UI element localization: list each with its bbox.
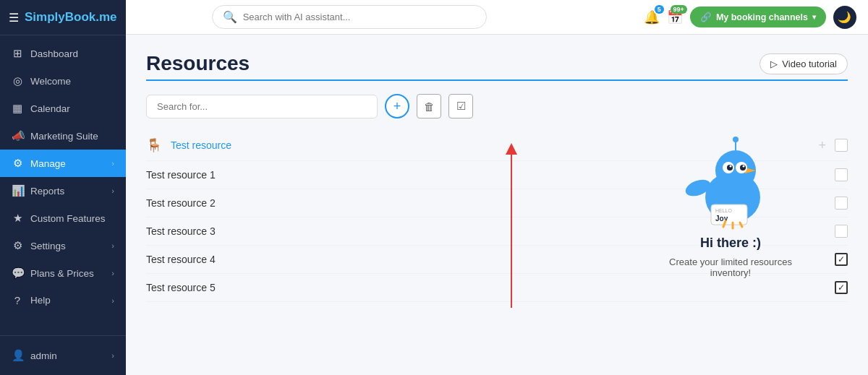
calendar-notifications[interactable]: 📅 99+ <box>667 9 683 25</box>
chevron-right-icon: › <box>111 269 114 277</box>
moon-icon: 🌙 <box>838 11 851 24</box>
add-resource-button[interactable]: + <box>385 94 409 118</box>
search-input[interactable] <box>243 12 476 22</box>
menu-icon[interactable]: ☰ <box>9 11 19 25</box>
manage-icon: ⚙ <box>12 157 23 170</box>
plans-icon: 💬 <box>12 267 23 280</box>
sidebar-item-calendar[interactable]: ▦ Calendar <box>0 95 126 122</box>
booking-channels-button[interactable]: 🔗 My booking channels ▾ <box>690 7 826 27</box>
topbar-icons: 🔔 5 📅 99+ 🔗 My booking channels ▾ 🌙 <box>644 6 856 29</box>
page-header: Resources ▷ Video tutorial <box>146 52 848 75</box>
sidebar: ☰ SimplyBook.me ⊞ Dashboard ◎ Welcome ▦ … <box>0 0 126 375</box>
chevron-right-icon: › <box>111 241 114 250</box>
custom-icon: ★ <box>12 212 23 225</box>
sidebar-item-plans[interactable]: 💬 Plans & Prices › <box>0 259 126 287</box>
sidebar-item-marketing[interactable]: 📣 Marketing Suite <box>0 122 126 150</box>
resource-icon: 🪑 <box>146 137 162 153</box>
resource-add-icon[interactable]: + <box>818 138 826 153</box>
play-icon: ▷ <box>770 59 778 69</box>
welcome-icon: ◎ <box>12 74 23 87</box>
sidebar-item-welcome[interactable]: ◎ Welcome <box>0 67 126 95</box>
calendar-badge: 99+ <box>671 5 687 14</box>
sidebar-item-manage[interactable]: ⚙ Manage › <box>0 150 126 177</box>
resource-checkbox[interactable] <box>835 225 848 238</box>
logo: SimplyBook.me <box>25 10 117 25</box>
mascot-bird: HELLO Joy <box>684 136 778 230</box>
link-icon: 🔗 <box>700 12 712 22</box>
mascot-section: HELLO Joy Hi there :) Create your limite… <box>651 136 810 278</box>
sidebar-item-custom[interactable]: ★ Custom Features <box>0 204 126 232</box>
user-icon: 👤 <box>12 349 23 362</box>
chevron-down-icon: ▾ <box>812 13 816 21</box>
select-all-button[interactable]: ☑ <box>448 94 473 118</box>
sidebar-item-help[interactable]: ? Help › <box>0 287 126 314</box>
sidebar-item-reports[interactable]: 📊 Reports › <box>0 177 126 204</box>
calendar-icon: ▦ <box>12 102 23 115</box>
page-content: Resources ▷ Video tutorial + 🗑 ☑ 🪑 Test … <box>126 35 868 375</box>
notifications-badge: 5 <box>655 5 664 14</box>
resource-checkbox[interactable] <box>835 168 848 181</box>
sidebar-item-dashboard[interactable]: ⊞ Dashboard <box>0 40 126 67</box>
svg-text:HELLO: HELLO <box>715 208 733 213</box>
sidebar-nav: ⊞ Dashboard ◎ Welcome ▦ Calendar 📣 Marke… <box>0 35 126 335</box>
notifications-bell[interactable]: 🔔 5 <box>644 9 660 25</box>
user-menu[interactable]: 👤 admin › <box>12 343 114 368</box>
resource-checkbox[interactable] <box>835 139 848 152</box>
sidebar-item-settings[interactable]: ⚙ Settings › <box>0 232 126 259</box>
delete-resource-button[interactable]: 🗑 <box>417 94 441 118</box>
chevron-right-icon: › <box>111 351 114 360</box>
main-content: 🔍 🔔 5 📅 99+ 🔗 My booking channels ▾ 🌙 <box>126 0 868 375</box>
topbar: 🔍 🔔 5 📅 99+ 🔗 My booking channels ▾ 🌙 <box>126 0 868 35</box>
resource-name[interactable]: Test resource 5 <box>146 282 826 293</box>
search-icon: 🔍 <box>223 10 237 24</box>
chevron-right-icon: › <box>111 186 114 195</box>
reports-icon: 📊 <box>12 184 23 197</box>
sidebar-header: ☰ SimplyBook.me <box>0 0 126 35</box>
night-mode-button[interactable]: 🌙 <box>833 6 856 29</box>
chevron-right-icon: › <box>111 159 114 168</box>
svg-point-12 <box>733 137 739 142</box>
svg-point-10 <box>743 165 745 168</box>
chevron-right-icon: › <box>111 296 114 305</box>
dashboard-icon: ⊞ <box>12 47 23 60</box>
mascot-greeting: Hi there :) <box>700 236 761 251</box>
page-title: Resources <box>146 52 250 75</box>
svg-point-7 <box>730 165 732 168</box>
resource-search-input[interactable] <box>146 95 378 118</box>
sidebar-footer[interactable]: 👤 admin › <box>0 335 126 375</box>
settings-icon: ⚙ <box>12 239 23 252</box>
video-tutorial-button[interactable]: ▷ Video tutorial <box>760 53 848 74</box>
marketing-icon: 📣 <box>12 129 23 142</box>
page-divider <box>146 79 848 81</box>
resource-checkbox[interactable] <box>835 197 848 210</box>
resource-toolbar: + 🗑 ☑ <box>146 94 848 118</box>
resource-checkbox[interactable] <box>835 253 848 266</box>
mascot-subtitle: Create your limited resources inventory! <box>651 257 810 278</box>
help-icon: ? <box>12 294 23 306</box>
resource-checkbox[interactable] <box>835 281 848 294</box>
search-bar[interactable]: 🔍 <box>212 5 487 29</box>
